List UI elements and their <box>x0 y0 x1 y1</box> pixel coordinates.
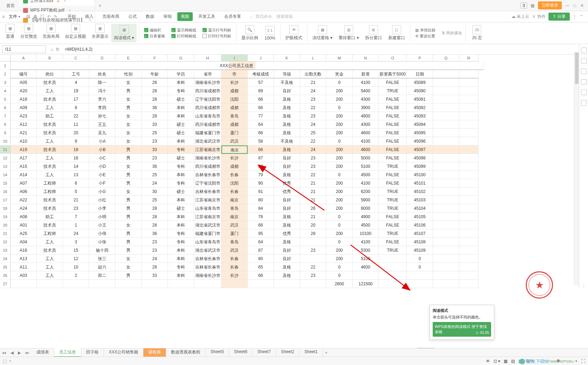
cell[interactable]: 45101 <box>407 179 433 187</box>
cell[interactable]: 李六 <box>89 95 115 103</box>
cell[interactable]: 长春 <box>221 187 248 196</box>
cell[interactable]: 91 <box>248 187 274 196</box>
cell[interactable]: 本科 <box>168 213 194 221</box>
cell[interactable]: 45096 <box>407 137 433 145</box>
cell[interactable]: 28 <box>142 204 168 213</box>
cell[interactable]: 21 <box>300 179 326 187</box>
cell[interactable]: 5000 <box>353 154 379 162</box>
cell[interactable]: 本科 <box>168 221 194 229</box>
cell[interactable] <box>459 221 479 229</box>
cell[interactable] <box>433 221 459 229</box>
cell[interactable]: 0 <box>326 238 353 246</box>
cell[interactable]: 省市 <box>194 70 221 78</box>
cell[interactable]: 4100 <box>353 137 379 145</box>
cell[interactable]: 23 <box>300 95 326 103</box>
cell[interactable] <box>142 280 168 288</box>
column-header[interactable]: C <box>63 55 89 62</box>
cell[interactable]: A10 <box>10 137 37 145</box>
cell[interactable] <box>459 255 479 263</box>
cell[interactable]: 男 <box>115 204 142 213</box>
cell[interactable] <box>459 229 479 238</box>
cell[interactable] <box>459 95 479 103</box>
cell[interactable]: 87 <box>248 246 274 255</box>
view-eye-icon[interactable]: 👁 <box>486 359 490 364</box>
file-menu[interactable]: 文件 ▾ <box>6 12 23 21</box>
cell[interactable]: 5400 <box>353 87 379 95</box>
cell[interactable]: 小李 <box>89 204 115 213</box>
cell[interactable] <box>433 154 459 162</box>
row-header[interactable]: 11 <box>0 145 10 154</box>
sheet-tab[interactable]: 田字格 <box>81 348 104 357</box>
cell[interactable]: TRUE <box>379 162 407 171</box>
cell[interactable]: 22 <box>63 112 89 120</box>
cell[interactable]: 工人 <box>37 263 63 271</box>
app-menu-icon[interactable]: ≡ <box>2 14 5 19</box>
view-mode-reading-icon[interactable]: ⊡ ▾ <box>494 359 500 364</box>
cell[interactable]: FALSE <box>379 129 407 137</box>
ribbon-checkbox[interactable]: ✓显示行号列标 <box>203 28 231 33</box>
cell[interactable]: 45109 <box>407 246 433 255</box>
row-header[interactable]: 16 <box>0 187 10 196</box>
cell[interactable]: 等级 <box>274 70 300 78</box>
cell[interactable]: A12 <box>10 120 37 129</box>
cell[interactable]: 工程师 <box>37 229 63 238</box>
cell[interactable]: 200 <box>326 129 353 137</box>
cell[interactable]: 22 <box>300 263 326 271</box>
cell[interactable]: 女 <box>115 95 142 103</box>
cell[interactable]: 男 <box>115 246 142 255</box>
cell[interactable] <box>433 112 459 120</box>
view-page-icon[interactable]: ▤ <box>511 359 515 364</box>
cell[interactable]: 200 <box>326 187 353 196</box>
cell[interactable]: 技术员 <box>37 204 63 213</box>
cell[interactable]: 年龄 <box>142 70 168 78</box>
cell[interactable]: 200 <box>326 179 353 187</box>
row-header[interactable]: 5 <box>0 95 10 103</box>
cell[interactable]: 25 <box>142 129 168 137</box>
cell[interactable]: 小F <box>89 179 115 187</box>
cell[interactable]: A19 <box>10 145 37 154</box>
cell[interactable]: A16 <box>10 246 37 255</box>
cell[interactable] <box>459 112 479 120</box>
column-header[interactable]: J <box>248 55 274 62</box>
cell[interactable]: 20 <box>300 221 326 229</box>
cell[interactable] <box>433 271 459 280</box>
save-icon[interactable]: 🖫 <box>26 14 30 19</box>
cell[interactable]: 冯十 <box>89 87 115 95</box>
cell[interactable]: 武汉 <box>221 221 248 229</box>
cell[interactable] <box>459 120 479 129</box>
cell[interactable]: 硕士 <box>168 204 194 213</box>
arrange-windows[interactable]: ▥重排窗口 ▾ <box>336 25 361 41</box>
cell[interactable]: 成都 <box>221 87 248 95</box>
cell[interactable] <box>37 280 63 288</box>
cell[interactable]: A22 <box>10 196 37 204</box>
cell[interactable]: 工人 <box>37 154 63 162</box>
cell[interactable]: 66 <box>248 129 274 137</box>
cell[interactable]: 男 <box>115 179 142 187</box>
cell[interactable]: 技术员 <box>37 162 63 171</box>
cell[interactable]: 青岛 <box>221 112 248 120</box>
cell[interactable]: 男 <box>115 171 142 179</box>
cell[interactable]: 吉林省长春市 <box>194 187 221 196</box>
cell[interactable]: FALSE <box>379 145 407 154</box>
cell[interactable]: 本科 <box>168 171 194 179</box>
cell[interactable]: 5 <box>63 187 89 196</box>
cell[interactable]: 专科 <box>168 229 194 238</box>
row-header[interactable]: 14 <box>0 171 10 179</box>
status-icon-2[interactable]: • <box>9 359 11 364</box>
cell[interactable]: 男 <box>115 103 142 112</box>
cell[interactable]: 26 <box>300 204 326 213</box>
cell[interactable] <box>379 255 407 263</box>
cell[interactable]: 专科 <box>168 87 194 95</box>
cell[interactable]: 不及格 <box>274 137 300 145</box>
redo-icon[interactable]: ↷ <box>54 14 57 19</box>
cell[interactable]: 15 <box>63 246 89 255</box>
cell[interactable] <box>89 280 115 288</box>
cell[interactable] <box>459 70 479 78</box>
cell[interactable]: 66 <box>248 145 274 154</box>
cell[interactable] <box>459 137 479 145</box>
cell[interactable]: FALSE <box>379 120 407 129</box>
cell[interactable]: 男 <box>115 271 142 280</box>
cell[interactable]: 及格 <box>274 221 300 229</box>
tab-close-icon[interactable]: × <box>64 0 66 3</box>
minimize-icon[interactable]: — <box>565 3 569 8</box>
